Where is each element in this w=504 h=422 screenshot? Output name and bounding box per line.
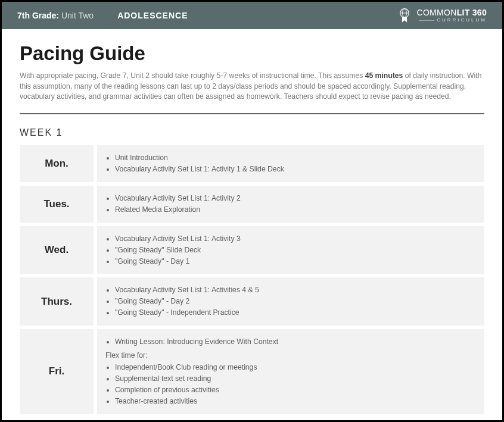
brand-name: COMMONLIT 360 (417, 8, 487, 17)
list-item: Supplemental text set reading (115, 373, 472, 385)
day-name: Thurs. (20, 277, 97, 326)
brand-text: COMMONLIT 360 CURRICULUM (417, 8, 487, 23)
day-name: Mon. (20, 145, 97, 182)
week-label: WEEK 1 (20, 127, 484, 138)
brand-b: LIT (457, 8, 470, 17)
list-item: Vocabulary Activity Set List 1: Activiti… (115, 285, 472, 296)
page-title: Pacing Guide (20, 42, 484, 65)
brand-logo: COMMONLIT 360 CURRICULUM (397, 8, 487, 23)
list-item: "Going Steady" - Day 2 (115, 296, 472, 307)
list-item: Completion of previous activities (115, 385, 472, 396)
intro-emph: 45 minutes (365, 71, 403, 80)
list-item: "Going Steady" Slide Deck (115, 245, 472, 256)
header-left: 7th Grade: Unit Two ADOLESCENCE (17, 11, 188, 20)
brand-c: 360 (472, 8, 487, 17)
list-item: Teacher-created activities (115, 396, 472, 407)
intro-pre: With appropriate pacing, Grade 7, Unit 2… (20, 71, 365, 80)
day-row: Fri.Writing Lesson: Introducing Evidence… (20, 329, 484, 414)
day-row: Thurs.Vocabulary Activity Set List 1: Ac… (20, 277, 484, 326)
list-item: "Going Steady" - Independent Practice (115, 307, 472, 318)
brand-a: COMMON (417, 8, 457, 17)
day-items: Writing Lesson: Introducing Evidence Wit… (97, 329, 484, 414)
list-item: "Going Steady" - Day 1 (115, 256, 472, 267)
list-item: Writing Lesson: Introducing Evidence Wit… (115, 336, 472, 348)
list-item: Related Media Exploration (115, 204, 472, 215)
day-name: Fri. (20, 329, 97, 414)
list-item: Vocabulary Activity Set List 1: Activity… (115, 164, 472, 175)
day-row: Mon.Unit IntroductionVocabulary Activity… (20, 145, 484, 182)
grade-bold: 7th Grade: (17, 11, 59, 20)
day-row: Tues.Vocabulary Activity Set List 1: Act… (20, 186, 484, 223)
divider (20, 113, 484, 114)
ribbon-globe-icon (397, 8, 412, 23)
list-item: Vocabulary Activity Set List 1: Activity… (115, 193, 472, 204)
brand-sub: CURRICULUM (417, 18, 487, 23)
list-item: Vocabulary Activity Set List 1: Activity… (115, 233, 472, 245)
header-bar: 7th Grade: Unit Two ADOLESCENCE COMMONLI… (2, 2, 502, 29)
list-item: Independent/Book Club reading or meeting… (115, 362, 472, 373)
day-row: Wed.Vocabulary Activity Set List 1: Acti… (20, 226, 484, 274)
day-items: Vocabulary Activity Set List 1: Activity… (97, 186, 484, 223)
day-name: Tues. (20, 186, 97, 223)
unit-title: ADOLESCENCE (117, 11, 188, 20)
schedule-table: Mon.Unit IntroductionVocabulary Activity… (20, 145, 484, 414)
content: Pacing Guide With appropriate pacing, Gr… (2, 29, 502, 422)
day-items: Vocabulary Activity Set List 1: Activity… (97, 226, 484, 274)
list-item: Unit Introduction (115, 152, 472, 164)
day-items: Vocabulary Activity Set List 1: Activiti… (97, 277, 484, 326)
intro-text: With appropriate pacing, Grade 7, Unit 2… (20, 71, 484, 102)
day-items: Unit IntroductionVocabulary Activity Set… (97, 145, 484, 182)
grade-light: Unit Two (61, 11, 94, 20)
day-name: Wed. (20, 226, 97, 274)
grade-label: 7th Grade: Unit Two (17, 11, 94, 20)
flex-note: Flex time for: (105, 351, 472, 360)
